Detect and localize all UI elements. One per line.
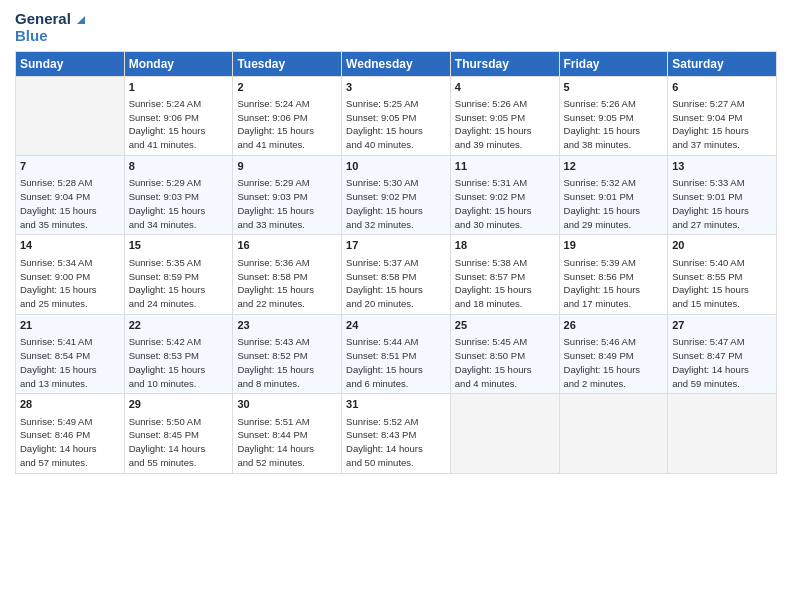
calendar-cell: 31Sunrise: 5:52 AM Sunset: 8:43 PM Dayli…: [342, 394, 451, 473]
calendar-cell: 4Sunrise: 5:26 AM Sunset: 9:05 PM Daylig…: [450, 76, 559, 155]
day-info: Sunrise: 5:44 AM Sunset: 8:51 PM Dayligh…: [346, 335, 446, 390]
day-number: 1: [129, 80, 229, 95]
calendar-header-row: SundayMondayTuesdayWednesdayThursdayFrid…: [16, 51, 777, 76]
day-number: 28: [20, 397, 120, 412]
day-number: 14: [20, 238, 120, 253]
calendar-cell: 15Sunrise: 5:35 AM Sunset: 8:59 PM Dayli…: [124, 235, 233, 314]
day-info: Sunrise: 5:26 AM Sunset: 9:05 PM Dayligh…: [564, 97, 664, 152]
day-number: 22: [129, 318, 229, 333]
weekday-header-friday: Friday: [559, 51, 668, 76]
calendar-cell: 9Sunrise: 5:29 AM Sunset: 9:03 PM Daylig…: [233, 155, 342, 234]
weekday-header-thursday: Thursday: [450, 51, 559, 76]
weekday-header-saturday: Saturday: [668, 51, 777, 76]
day-number: 31: [346, 397, 446, 412]
calendar-week-2: 7Sunrise: 5:28 AM Sunset: 9:04 PM Daylig…: [16, 155, 777, 234]
weekday-header-monday: Monday: [124, 51, 233, 76]
calendar-cell: 5Sunrise: 5:26 AM Sunset: 9:05 PM Daylig…: [559, 76, 668, 155]
day-number: 5: [564, 80, 664, 95]
calendar-cell: [450, 394, 559, 473]
day-info: Sunrise: 5:42 AM Sunset: 8:53 PM Dayligh…: [129, 335, 229, 390]
calendar-cell: 10Sunrise: 5:30 AM Sunset: 9:02 PM Dayli…: [342, 155, 451, 234]
day-info: Sunrise: 5:51 AM Sunset: 8:44 PM Dayligh…: [237, 415, 337, 470]
day-number: 4: [455, 80, 555, 95]
day-info: Sunrise: 5:46 AM Sunset: 8:49 PM Dayligh…: [564, 335, 664, 390]
day-number: 17: [346, 238, 446, 253]
day-info: Sunrise: 5:49 AM Sunset: 8:46 PM Dayligh…: [20, 415, 120, 470]
day-number: 25: [455, 318, 555, 333]
day-info: Sunrise: 5:34 AM Sunset: 9:00 PM Dayligh…: [20, 256, 120, 311]
calendar-cell: 19Sunrise: 5:39 AM Sunset: 8:56 PM Dayli…: [559, 235, 668, 314]
calendar-cell: 2Sunrise: 5:24 AM Sunset: 9:06 PM Daylig…: [233, 76, 342, 155]
day-info: Sunrise: 5:33 AM Sunset: 9:01 PM Dayligh…: [672, 176, 772, 231]
day-number: 2: [237, 80, 337, 95]
calendar-cell: 6Sunrise: 5:27 AM Sunset: 9:04 PM Daylig…: [668, 76, 777, 155]
day-info: Sunrise: 5:52 AM Sunset: 8:43 PM Dayligh…: [346, 415, 446, 470]
calendar-cell: 18Sunrise: 5:38 AM Sunset: 8:57 PM Dayli…: [450, 235, 559, 314]
calendar-cell: [668, 394, 777, 473]
day-number: 18: [455, 238, 555, 253]
calendar-cell: 22Sunrise: 5:42 AM Sunset: 8:53 PM Dayli…: [124, 314, 233, 393]
day-number: 23: [237, 318, 337, 333]
day-number: 8: [129, 159, 229, 174]
day-number: 29: [129, 397, 229, 412]
weekday-header-sunday: Sunday: [16, 51, 125, 76]
calendar-cell: 27Sunrise: 5:47 AM Sunset: 8:47 PM Dayli…: [668, 314, 777, 393]
calendar-cell: 16Sunrise: 5:36 AM Sunset: 8:58 PM Dayli…: [233, 235, 342, 314]
day-info: Sunrise: 5:45 AM Sunset: 8:50 PM Dayligh…: [455, 335, 555, 390]
day-number: 20: [672, 238, 772, 253]
day-number: 30: [237, 397, 337, 412]
day-info: Sunrise: 5:36 AM Sunset: 8:58 PM Dayligh…: [237, 256, 337, 311]
logo: General Blue: [15, 10, 85, 45]
calendar-cell: 8Sunrise: 5:29 AM Sunset: 9:03 PM Daylig…: [124, 155, 233, 234]
day-info: Sunrise: 5:37 AM Sunset: 8:58 PM Dayligh…: [346, 256, 446, 311]
calendar-week-3: 14Sunrise: 5:34 AM Sunset: 9:00 PM Dayli…: [16, 235, 777, 314]
calendar-cell: 23Sunrise: 5:43 AM Sunset: 8:52 PM Dayli…: [233, 314, 342, 393]
weekday-header-tuesday: Tuesday: [233, 51, 342, 76]
calendar-cell: 20Sunrise: 5:40 AM Sunset: 8:55 PM Dayli…: [668, 235, 777, 314]
day-number: 9: [237, 159, 337, 174]
calendar-cell: 12Sunrise: 5:32 AM Sunset: 9:01 PM Dayli…: [559, 155, 668, 234]
day-number: 12: [564, 159, 664, 174]
logo-line1: General: [15, 10, 85, 27]
day-number: 6: [672, 80, 772, 95]
day-info: Sunrise: 5:24 AM Sunset: 9:06 PM Dayligh…: [237, 97, 337, 152]
day-number: 26: [564, 318, 664, 333]
day-number: 11: [455, 159, 555, 174]
day-number: 7: [20, 159, 120, 174]
day-info: Sunrise: 5:38 AM Sunset: 8:57 PM Dayligh…: [455, 256, 555, 311]
calendar-cell: [16, 76, 125, 155]
calendar-cell: [559, 394, 668, 473]
day-number: 27: [672, 318, 772, 333]
calendar-cell: 29Sunrise: 5:50 AM Sunset: 8:45 PM Dayli…: [124, 394, 233, 473]
calendar-cell: 3Sunrise: 5:25 AM Sunset: 9:05 PM Daylig…: [342, 76, 451, 155]
calendar-cell: 11Sunrise: 5:31 AM Sunset: 9:02 PM Dayli…: [450, 155, 559, 234]
calendar-cell: 7Sunrise: 5:28 AM Sunset: 9:04 PM Daylig…: [16, 155, 125, 234]
day-info: Sunrise: 5:39 AM Sunset: 8:56 PM Dayligh…: [564, 256, 664, 311]
calendar-cell: 28Sunrise: 5:49 AM Sunset: 8:46 PM Dayli…: [16, 394, 125, 473]
day-number: 13: [672, 159, 772, 174]
day-info: Sunrise: 5:26 AM Sunset: 9:05 PM Dayligh…: [455, 97, 555, 152]
header: General Blue: [15, 10, 777, 45]
calendar-cell: 14Sunrise: 5:34 AM Sunset: 9:00 PM Dayli…: [16, 235, 125, 314]
day-info: Sunrise: 5:43 AM Sunset: 8:52 PM Dayligh…: [237, 335, 337, 390]
day-info: Sunrise: 5:47 AM Sunset: 8:47 PM Dayligh…: [672, 335, 772, 390]
calendar-cell: 1Sunrise: 5:24 AM Sunset: 9:06 PM Daylig…: [124, 76, 233, 155]
calendar-cell: 21Sunrise: 5:41 AM Sunset: 8:54 PM Dayli…: [16, 314, 125, 393]
day-info: Sunrise: 5:35 AM Sunset: 8:59 PM Dayligh…: [129, 256, 229, 311]
day-info: Sunrise: 5:30 AM Sunset: 9:02 PM Dayligh…: [346, 176, 446, 231]
calendar-table: SundayMondayTuesdayWednesdayThursdayFrid…: [15, 51, 777, 474]
calendar-cell: 26Sunrise: 5:46 AM Sunset: 8:49 PM Dayli…: [559, 314, 668, 393]
day-info: Sunrise: 5:29 AM Sunset: 9:03 PM Dayligh…: [237, 176, 337, 231]
day-number: 16: [237, 238, 337, 253]
day-info: Sunrise: 5:24 AM Sunset: 9:06 PM Dayligh…: [129, 97, 229, 152]
day-number: 3: [346, 80, 446, 95]
calendar-week-1: 1Sunrise: 5:24 AM Sunset: 9:06 PM Daylig…: [16, 76, 777, 155]
day-number: 24: [346, 318, 446, 333]
day-info: Sunrise: 5:50 AM Sunset: 8:45 PM Dayligh…: [129, 415, 229, 470]
page: General Blue SundayMondayTuesdayWednesda…: [0, 0, 792, 612]
day-number: 10: [346, 159, 446, 174]
day-number: 21: [20, 318, 120, 333]
day-info: Sunrise: 5:31 AM Sunset: 9:02 PM Dayligh…: [455, 176, 555, 231]
day-info: Sunrise: 5:25 AM Sunset: 9:05 PM Dayligh…: [346, 97, 446, 152]
day-info: Sunrise: 5:28 AM Sunset: 9:04 PM Dayligh…: [20, 176, 120, 231]
